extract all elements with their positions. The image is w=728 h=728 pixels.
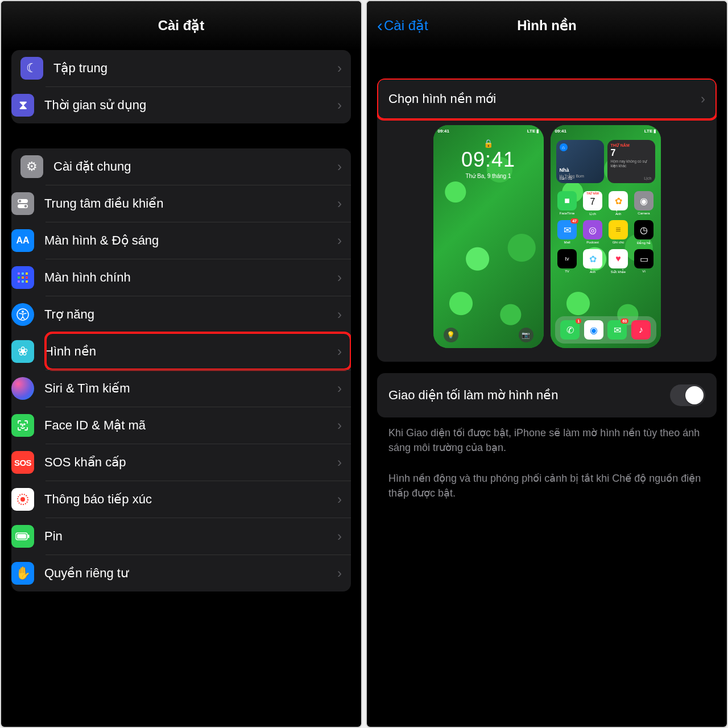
row-battery[interactable]: Pin › bbox=[46, 518, 351, 555]
settings-group-2: ⚙ Cài đặt chung › Trung tâm điều khiển ›… bbox=[11, 148, 351, 592]
app-item: ♥Sức khỏe bbox=[607, 249, 630, 274]
toggle-label: Giao diện tối làm mờ hình nền bbox=[388, 388, 670, 403]
homescreen-preview[interactable]: 09:41LTE ▮ ⌂ Nhà H. Trảng Bom Bản đồ THỨ… bbox=[551, 125, 661, 348]
hand-icon: ✋ bbox=[11, 562, 34, 585]
svg-rect-9 bbox=[26, 276, 28, 279]
row-label: Pin bbox=[44, 529, 337, 544]
row-focus[interactable]: ☾ Tập trung › bbox=[11, 50, 351, 86]
chevron-right-icon: › bbox=[701, 91, 705, 107]
chevron-right-icon: › bbox=[337, 528, 342, 544]
choose-label: Chọn hình nền mới bbox=[388, 92, 701, 106]
row-homescreen[interactable]: Màn hình chính › bbox=[46, 259, 351, 296]
lock-time: 09:41 bbox=[433, 148, 544, 172]
chevron-right-icon: › bbox=[337, 196, 342, 212]
flower-icon: ❀ bbox=[11, 340, 34, 363]
row-label: Màn hình & Độ sáng bbox=[44, 233, 337, 248]
switch-knob bbox=[685, 386, 704, 404]
chevron-right-icon: › bbox=[337, 454, 342, 470]
dark-dim-row[interactable]: Giao diện tối làm mờ hình nền bbox=[377, 373, 717, 417]
svg-point-18 bbox=[20, 497, 25, 502]
app-item: tvTV bbox=[556, 249, 578, 274]
row-label: Quyền riêng tư bbox=[44, 566, 337, 581]
row-screentime[interactable]: ⧗ Thời gian sử dụng › bbox=[46, 86, 351, 123]
row-privacy[interactable]: ✋ Quyền riêng tư › bbox=[46, 555, 351, 592]
dock-app: ✉63 bbox=[607, 320, 627, 340]
faceid-icon bbox=[11, 414, 34, 437]
lock-bottombar: 💡 📷 bbox=[444, 328, 533, 342]
row-label: Trợ năng bbox=[44, 307, 337, 322]
row-control-center[interactable]: Trung tâm điều khiển › bbox=[46, 185, 351, 222]
calendar-widget: THỨ NĂM 7 Hôm nay không có sự kiện khác … bbox=[607, 140, 655, 183]
lock-date: Thứ Ba, 9 tháng 1 bbox=[433, 173, 544, 179]
svg-point-1 bbox=[19, 200, 21, 202]
gear-icon: ⚙ bbox=[20, 155, 43, 178]
row-label: Hình nền bbox=[44, 344, 337, 359]
svg-rect-4 bbox=[18, 272, 20, 275]
chevron-right-icon: › bbox=[337, 233, 342, 249]
sos-icon: SOS bbox=[11, 451, 34, 474]
row-label: Thời gian sử dụng bbox=[44, 98, 337, 113]
app-item: ◉Camera bbox=[633, 191, 655, 216]
row-label: Trung tâm điều khiển bbox=[44, 196, 337, 211]
row-label: SOS khẩn cấp bbox=[44, 455, 337, 470]
dock-app: ✆1 bbox=[560, 320, 580, 340]
back-button[interactable]: ‹ Cài đặt bbox=[377, 17, 428, 34]
app-item: ✿Ảnh bbox=[582, 249, 604, 274]
row-sos[interactable]: SOS SOS khẩn cấp › bbox=[46, 444, 351, 481]
app-grid: ■FaceTimeTHỨ NĂM7Lịch✿Ảnh◉Camera✉47Mail◎… bbox=[556, 191, 655, 274]
row-display[interactable]: AA Màn hình & Độ sáng › bbox=[46, 222, 351, 259]
app-item: THỨ NĂM7Lịch bbox=[582, 191, 604, 216]
svg-rect-11 bbox=[22, 280, 24, 283]
dock: ✆1◉✉63♪ bbox=[555, 316, 656, 344]
row-faceid[interactable]: Face ID & Mật mã › bbox=[46, 407, 351, 444]
app-item: ≡Ghi chú bbox=[607, 220, 630, 245]
svg-rect-12 bbox=[26, 280, 28, 283]
hourglass-icon: ⧗ bbox=[11, 94, 34, 117]
chevron-right-icon: › bbox=[337, 60, 342, 76]
preview-statusbar: 09:41LTE ▮ bbox=[555, 129, 656, 134]
display-icon: AA bbox=[11, 229, 34, 252]
dock-app: ♪ bbox=[631, 320, 651, 340]
svg-rect-5 bbox=[22, 272, 24, 275]
wallpaper-group: Chọn hình nền mới › 09:41LTE ▮ 🔒 09:41 T… bbox=[377, 78, 717, 362]
chevron-right-icon: › bbox=[337, 97, 342, 113]
chevron-right-icon: › bbox=[337, 417, 342, 433]
moon-icon: ☾ bbox=[20, 57, 43, 80]
row-label: Face ID & Mật mã bbox=[44, 418, 337, 433]
settings-title: Cài đặt bbox=[158, 18, 205, 34]
row-wallpaper[interactable]: ❀ Hình nền › bbox=[46, 333, 351, 370]
app-item: ◷Đồng hồ bbox=[633, 220, 655, 245]
row-label: Thông báo tiếp xúc bbox=[44, 492, 337, 507]
settings-panel: Cài đặt ☾ Tập trung › ⧗ Thời gian sử dụn… bbox=[0, 0, 362, 728]
chevron-right-icon: › bbox=[337, 307, 342, 322]
dock-app: ◉ bbox=[584, 320, 603, 340]
svg-point-15 bbox=[20, 424, 22, 425]
wallpaper-previews: 09:41LTE ▮ 🔒 09:41 Thứ Ba, 9 tháng 1 💡 📷… bbox=[377, 119, 717, 362]
app-item: ▭Ví bbox=[633, 249, 655, 274]
row-accessibility[interactable]: Trợ năng › bbox=[46, 296, 351, 333]
chevron-right-icon: › bbox=[337, 159, 342, 175]
svg-point-14 bbox=[22, 311, 24, 313]
row-label: Màn hình chính bbox=[44, 270, 337, 285]
chevron-right-icon: › bbox=[337, 270, 342, 286]
app-item: ✿Ảnh bbox=[607, 191, 630, 216]
settings-group-1: ☾ Tập trung › ⧗ Thời gian sử dụng › bbox=[11, 50, 351, 123]
app-item: ✉47Mail bbox=[556, 220, 578, 245]
chevron-right-icon: › bbox=[337, 344, 342, 359]
svg-rect-8 bbox=[22, 276, 24, 279]
maps-widget: ⌂ Nhà H. Trảng Bom Bản đồ bbox=[556, 140, 604, 183]
preview-statusbar: 09:41LTE ▮ bbox=[438, 129, 539, 134]
svg-rect-10 bbox=[18, 280, 20, 283]
toggle-switch[interactable] bbox=[670, 384, 705, 406]
grid-icon bbox=[11, 266, 34, 289]
accessibility-icon bbox=[11, 303, 34, 326]
svg-rect-20 bbox=[17, 534, 26, 539]
choose-wallpaper-row[interactable]: Chọn hình nền mới › bbox=[377, 78, 717, 119]
row-siri[interactable]: Siri & Tìm kiếm › bbox=[46, 370, 351, 407]
row-general[interactable]: ⚙ Cài đặt chung › bbox=[11, 148, 351, 185]
chevron-right-icon: › bbox=[337, 380, 342, 396]
row-exposure[interactable]: Thông báo tiếp xúc › bbox=[46, 481, 351, 518]
footer-text-2: Hình nền động và thu phóng phối cảnh bị … bbox=[377, 463, 717, 508]
chevron-right-icon: › bbox=[337, 565, 342, 581]
lockscreen-preview[interactable]: 09:41LTE ▮ 🔒 09:41 Thứ Ba, 9 tháng 1 💡 📷 bbox=[433, 125, 544, 348]
